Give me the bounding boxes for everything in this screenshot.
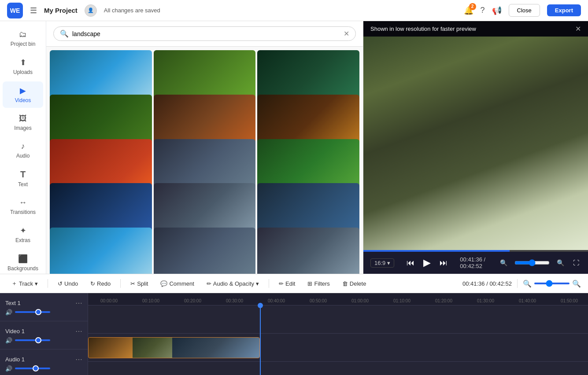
video-clip-thumb-2 (133, 338, 172, 358)
help-icon[interactable]: ? (481, 6, 485, 15)
zoom-out-small-icon[interactable]: 🔍 (523, 279, 532, 288)
delete-button[interactable]: 🗑 Delete (338, 278, 371, 289)
zoom-in-icon[interactable]: 🔍 (555, 257, 566, 268)
comment-button[interactable]: 💬 Comment (156, 278, 198, 289)
sidebar-item-label: Videos (15, 97, 31, 103)
comment-icon: 💬 (160, 280, 167, 287)
audio-opacity-icon: ✏ (207, 280, 211, 287)
play-button[interactable]: ▶ (422, 255, 433, 270)
volume-slider-text1[interactable] (15, 311, 50, 313)
project-title: My Project (44, 7, 78, 14)
images-icon: 🖼 (19, 114, 27, 123)
sidebar-item-backgrounds[interactable]: ⬛ Backgrounds (3, 250, 43, 274)
sidebar-item-extras[interactable]: ✦ Extras (3, 221, 43, 248)
sidebar-item-audio[interactable]: ♪ Audio (3, 137, 43, 163)
sidebar-item-label: Images (14, 125, 31, 131)
volume-slider-video1[interactable] (15, 339, 50, 341)
split-icon: ✂ (130, 280, 135, 287)
aspect-ratio-selector[interactable]: 16:9 ▾ (370, 258, 394, 268)
project-bin-icon: 🗂 (19, 30, 27, 39)
sidebar-item-images[interactable]: 🖼 Images (3, 110, 43, 136)
track-row-audio1 (88, 362, 588, 375)
volume-slider-audio1[interactable] (15, 368, 50, 369)
track-label-video1: Video 1 ⋯ 🔊 (0, 321, 88, 349)
video-thumb-15[interactable]: 00:30:00 (257, 228, 359, 274)
ruler-tick-00:30:00: 00:30:00 (214, 298, 255, 303)
track-menu-audio1[interactable]: ⋯ (75, 355, 82, 364)
sidebar-item-project-bin[interactable]: 🗂 Project bin (3, 26, 43, 51)
megaphone-icon[interactable]: 📢 (492, 6, 502, 15)
menu-icon[interactable]: ☰ (30, 6, 37, 15)
preview-video-content (363, 37, 588, 250)
sidebar-item-transitions[interactable]: ↔ Transitions (3, 194, 43, 220)
avatar[interactable]: 👤 (85, 4, 97, 17)
chevron-down-icon: ▾ (387, 260, 390, 266)
track-row-video1 (88, 334, 588, 362)
delete-icon: 🗑 (342, 280, 348, 287)
fullscreen-icon[interactable]: ⛶ (571, 257, 581, 268)
ruler-tick-00:10:00: 00:10:00 (130, 298, 172, 303)
backgrounds-icon: ⬛ (18, 254, 28, 264)
zoom-out-icon[interactable]: 🔍 (498, 257, 509, 268)
ruler-tick-01:20:00: 01:20:00 (423, 298, 465, 303)
sidebar-item-text[interactable]: T Text (3, 165, 43, 192)
sidebar-item-label: Audio (16, 153, 30, 159)
track-labels: Text 1 ⋯ 🔊 Video 1 ⋯ 🔊 (0, 293, 88, 375)
track-name-video1: Video 1 (5, 328, 25, 335)
redo-button[interactable]: ↻ Redo (86, 278, 115, 289)
toolbar-separator (48, 279, 48, 288)
videos-icon: ▶ (20, 86, 26, 96)
zoom-slider[interactable] (514, 259, 550, 266)
app-logo[interactable]: WE (7, 3, 23, 18)
preview-notice-text: Shown in low resolution for faster previ… (370, 26, 476, 32)
sidebar-item-label: Uploads (13, 69, 33, 75)
add-track-button[interactable]: ＋ Track ▾ (7, 277, 42, 290)
playhead-line (260, 308, 261, 375)
text-icon: T (20, 169, 26, 180)
sidebar-item-videos[interactable]: ▶ Videos (3, 81, 43, 108)
timeline-body: Text 1 ⋯ 🔊 Video 1 ⋯ 🔊 (0, 293, 588, 375)
export-button[interactable]: Export (547, 4, 581, 16)
track-name-text1: Text 1 (5, 300, 21, 306)
ruler-tick-01:00:00: 01:00:00 (339, 298, 381, 303)
ruler-tick-01:30:00: 01:30:00 (465, 298, 507, 303)
ruler-tick-00:50:00: 00:50:00 (297, 298, 339, 303)
split-button[interactable]: ✂ Split (126, 278, 152, 289)
sidebar-item-uploads[interactable]: ⬆ Uploads (3, 53, 43, 80)
search-clear-icon[interactable]: ✕ (344, 29, 349, 38)
timeline-zoom-slider[interactable] (534, 283, 570, 284)
zoom-in-small-icon[interactable]: 🔍 (572, 279, 581, 288)
skip-back-button[interactable]: ⏮ (405, 257, 416, 269)
track-rows (88, 305, 588, 375)
search-input[interactable] (72, 30, 340, 37)
video-thumb-13[interactable]: 01:01:00 (50, 228, 152, 274)
video-thumb-14[interactable]: 00:51:00 (154, 228, 256, 274)
sidebar-item-label: Project bin (11, 41, 36, 47)
playhead[interactable] (260, 305, 261, 375)
timeline-time-display: 00:41:36 / 00:42:52 (462, 280, 512, 287)
timeline-toolbar: ＋ Track ▾ ↺ Undo ↻ Redo ✂ Split 💬 Commen… (0, 274, 588, 293)
notifications-icon[interactable]: 🔔 2 (464, 6, 473, 15)
sidebar-item-label: Backgrounds (7, 265, 38, 272)
filters-icon: ⊞ (307, 280, 312, 287)
undo-button[interactable]: ↺ Undo (53, 278, 82, 289)
track-menu-text1[interactable]: ⋯ (75, 299, 82, 307)
audio-opacity-button[interactable]: ✏ Audio & Opacity ▾ (202, 278, 263, 289)
video-clip-1[interactable] (88, 337, 260, 358)
filters-button[interactable]: ⊞ Filters (303, 278, 334, 289)
main-area: 🗂 Project bin ⬆ Uploads ▶ Videos 🖼 Image… (0, 21, 588, 274)
track-label-text1: Text 1 ⋯ 🔊 (0, 293, 88, 321)
content-area: 🔍 ✕ 00:53:0001:30:0000:10:0000:33:0000:2… (46, 21, 588, 274)
chevron-down-icon: ▾ (256, 280, 259, 287)
close-button[interactable]: Close (509, 4, 540, 17)
notification-badge: 2 (469, 3, 476, 10)
track-label-audio1: Audio 1 ⋯ 🔊 (0, 349, 88, 375)
edit-button[interactable]: ✏ Edit (274, 278, 300, 289)
ruler-tick-01:50:00: 01:50:00 (548, 298, 588, 303)
search-bar: 🔍 ✕ (46, 21, 363, 47)
skip-forward-button[interactable]: ⏭ (438, 257, 449, 269)
undo-icon: ↺ (58, 280, 63, 287)
track-menu-video1[interactable]: ⋯ (75, 327, 82, 335)
preview-close-icon[interactable]: ✕ (575, 25, 581, 33)
ruler-tick-00:20:00: 00:20:00 (172, 298, 214, 303)
